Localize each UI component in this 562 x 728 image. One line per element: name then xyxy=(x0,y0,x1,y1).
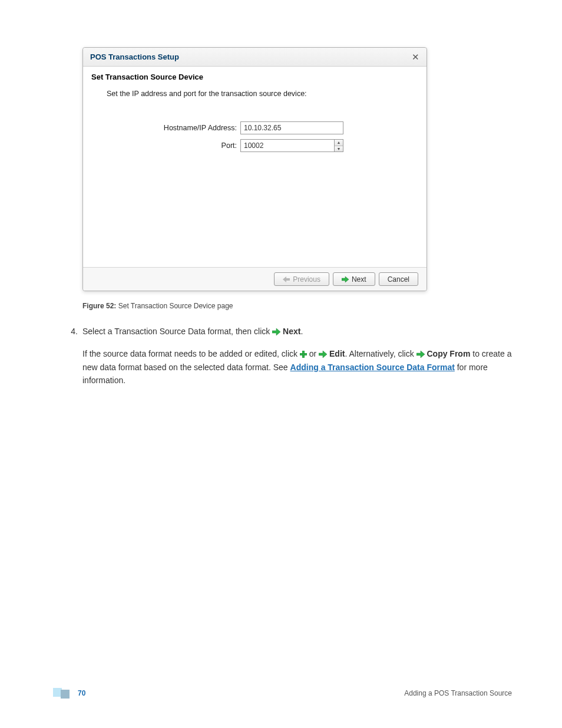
page-number: 70 xyxy=(78,689,85,697)
close-icon[interactable]: ✕ xyxy=(412,52,419,61)
port-label: Port: xyxy=(91,141,240,150)
link-adding-data-format[interactable]: Adding a Transaction Source Data Format xyxy=(290,363,455,372)
port-input[interactable] xyxy=(240,139,335,152)
step-4: 4. Select a Transaction Source Data form… xyxy=(64,325,512,391)
port-row: Port: ▲ ▼ xyxy=(91,139,418,152)
plus-icon xyxy=(300,349,307,362)
footer-logo-icon xyxy=(53,688,70,699)
stepper-up-icon[interactable]: ▲ xyxy=(335,140,343,146)
page-footer: 70 Adding a POS Transaction Source xyxy=(0,688,562,699)
cancel-label: Cancel xyxy=(388,275,409,284)
arrow-right-icon xyxy=(416,349,425,362)
cancel-button[interactable]: Cancel xyxy=(379,272,418,286)
dialog-instruction: Set the IP address and port for the tran… xyxy=(107,90,418,98)
step-text: Select a Transaction Source Data format,… xyxy=(82,325,512,391)
pos-setup-dialog: POS Transactions Setup ✕ Set Transaction… xyxy=(82,47,427,291)
dialog-footer: Previous Next Cancel xyxy=(83,267,427,291)
dialog-title: POS Transactions Setup xyxy=(90,52,179,61)
arrow-right-icon xyxy=(342,276,349,282)
footer-section-title: Adding a POS Transaction Source xyxy=(404,689,512,697)
dialog-subtitle: Set Transaction Source Device xyxy=(91,73,418,81)
stepper-down-icon[interactable]: ▼ xyxy=(335,146,343,152)
hostname-input[interactable] xyxy=(240,121,343,134)
next-label: Next xyxy=(352,275,366,284)
arrow-left-icon xyxy=(283,276,290,282)
dialog-titlebar: POS Transactions Setup ✕ xyxy=(83,48,427,67)
step-para: If the source data format needs to be ad… xyxy=(82,348,512,387)
hostname-row: Hostname/IP Address: xyxy=(91,121,418,134)
next-button[interactable]: Next xyxy=(333,272,375,286)
arrow-right-icon xyxy=(272,327,280,340)
figure-text: Set Transaction Source Device page xyxy=(118,302,233,310)
previous-label: Previous xyxy=(293,275,320,284)
port-stepper[interactable]: ▲ ▼ xyxy=(335,139,343,152)
figure-label: Figure 52: xyxy=(82,302,116,310)
step-number: 4. xyxy=(64,325,78,338)
arrow-right-icon xyxy=(319,349,327,362)
previous-button[interactable]: Previous xyxy=(274,272,329,286)
figure-caption: Figure 52: Set Transaction Source Device… xyxy=(82,302,512,310)
dialog-body: Set Transaction Source Device Set the IP… xyxy=(83,67,427,267)
hostname-label: Hostname/IP Address: xyxy=(91,124,240,132)
